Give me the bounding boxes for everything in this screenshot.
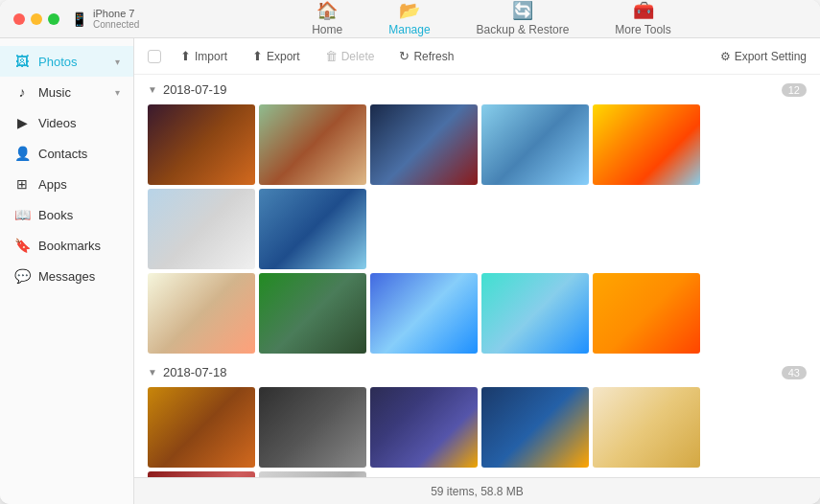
title-bar: 📱 iPhone 7 Connected 🏠 Home 📂 Manage 🔄 B… (0, 0, 820, 38)
sidebar-item-contacts[interactable]: 👤 Contacts (0, 138, 133, 169)
photo-thumb[interactable] (593, 273, 700, 354)
photos-icon: 🖼 (13, 54, 31, 69)
videos-icon: ▶ (13, 115, 31, 130)
close-button[interactable] (13, 13, 25, 25)
import-button[interactable]: ⬆ Import (175, 46, 233, 66)
device-info: 📱 iPhone 7 Connected (71, 8, 176, 30)
export-icon: ⬆ (252, 49, 263, 63)
photo-thumb[interactable] (148, 104, 255, 185)
sidebar-item-bookmarks[interactable]: 🔖 Bookmarks (0, 230, 133, 261)
date-header-1: ▼ 2018-07-19 12 (148, 82, 807, 97)
photo-grid-2 (148, 387, 807, 477)
sidebar-item-photos[interactable]: 🖼 Photos ▾ (0, 46, 133, 77)
photo-grid-1b (148, 273, 807, 354)
bookmarks-icon: 🔖 (13, 238, 31, 253)
photo-thumb[interactable] (370, 104, 478, 185)
photo-thumb[interactable] (370, 387, 478, 468)
refresh-button[interactable]: ↻ Refresh (393, 46, 459, 66)
import-icon: ⬆ (180, 49, 191, 63)
books-icon: 📖 (13, 207, 31, 222)
home-icon: 🏠 (316, 0, 338, 21)
photo-thumb[interactable] (481, 104, 589, 185)
photo-thumb[interactable] (370, 273, 478, 354)
sidebar-item-videos[interactable]: ▶ Videos (0, 107, 133, 138)
contacts-icon: 👤 (13, 146, 31, 161)
sidebar: 🖼 Photos ▾ ♪ Music ▾ ▶ Videos 👤 Contacts… (0, 38, 134, 504)
sidebar-item-apps[interactable]: ⊞ Apps (0, 169, 133, 199)
refresh-icon: ↻ (399, 49, 410, 63)
photo-thumb[interactable] (259, 104, 366, 185)
sidebar-item-music[interactable]: ♪ Music ▾ (0, 77, 133, 107)
photo-thumb[interactable] (481, 273, 589, 354)
photo-thumb[interactable] (148, 189, 255, 269)
tab-backup[interactable]: 🔄 Backup & Restore (454, 0, 593, 42)
minimize-button[interactable] (31, 13, 42, 25)
tab-tools[interactable]: 🧰 More Tools (592, 0, 693, 42)
export-button[interactable]: ⬆ Export (246, 46, 306, 66)
chevron-down-icon-2: ▾ (115, 87, 120, 98)
maximize-button[interactable] (48, 13, 59, 25)
manage-icon: 📂 (399, 0, 420, 21)
apps-icon: ⊞ (13, 176, 31, 192)
export-setting-button[interactable]: ⚙ Export Setting (720, 50, 807, 63)
collapse-icon-1[interactable]: ▼ (148, 84, 157, 95)
photo-grid-1 (148, 104, 807, 269)
device-icon: 📱 (71, 11, 87, 27)
nav-tabs: 🏠 Home 📂 Manage 🔄 Backup & Restore 🧰 Mor… (176, 0, 807, 42)
photo-thumb[interactable] (148, 387, 255, 468)
photo-thumb[interactable] (481, 387, 589, 468)
date-count-badge-1: 12 (782, 83, 807, 97)
sidebar-item-messages[interactable]: 💬 Messages (0, 261, 133, 291)
photo-thumb[interactable] (593, 387, 700, 468)
chevron-down-icon: ▾ (115, 57, 120, 67)
date-label-2: 2018-07-18 (163, 365, 227, 379)
tools-icon: 🧰 (633, 0, 654, 21)
photo-area[interactable]: ▼ 2018-07-19 12 (134, 75, 820, 477)
gear-icon: ⚙ (720, 50, 731, 63)
device-status: Connected (93, 19, 139, 30)
photo-thumb[interactable] (259, 189, 366, 269)
photo-thumb[interactable] (259, 387, 366, 468)
collapse-icon-2[interactable]: ▼ (148, 367, 157, 378)
delete-icon: 🗑 (325, 49, 338, 63)
photo-thumb[interactable] (148, 273, 255, 354)
photo-thumb[interactable] (593, 104, 700, 185)
photo-thumb[interactable] (259, 273, 366, 354)
tab-home[interactable]: 🏠 Home (289, 0, 365, 42)
content-area: ⬆ Import ⬆ Export 🗑 Delete ↻ Refresh ⚙ E… (134, 38, 820, 504)
date-label-1: 2018-07-19 (163, 82, 227, 97)
date-header-2: ▼ 2018-07-18 43 (148, 365, 807, 379)
delete-button[interactable]: 🗑 Delete (319, 46, 381, 66)
select-all-checkbox[interactable] (148, 50, 161, 63)
backup-icon: 🔄 (512, 0, 533, 21)
date-group-2: ▼ 2018-07-18 43 (148, 365, 807, 477)
status-text: 59 items, 58.8 MB (431, 485, 524, 498)
status-bar: 59 items, 58.8 MB (134, 477, 820, 504)
device-name: iPhone 7 (93, 8, 139, 19)
messages-icon: 💬 (13, 268, 31, 284)
toolbar: ⬆ Import ⬆ Export 🗑 Delete ↻ Refresh ⚙ E… (134, 38, 820, 75)
date-group-1: ▼ 2018-07-19 12 (148, 82, 807, 354)
sidebar-item-books[interactable]: 📖 Books (0, 199, 133, 230)
tab-manage[interactable]: 📂 Manage (365, 0, 453, 42)
date-count-badge-2: 43 (782, 366, 807, 379)
music-icon: ♪ (13, 84, 31, 100)
